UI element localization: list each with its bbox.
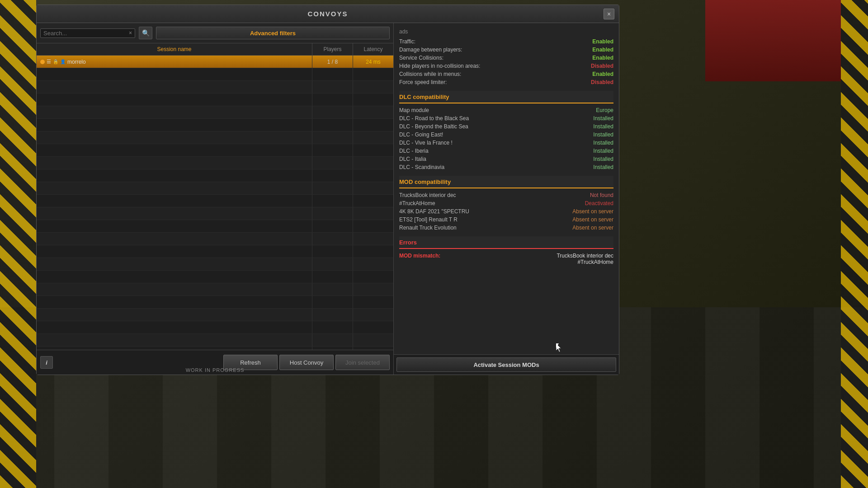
error-key: MOD mismatch: — [399, 253, 440, 265]
right-panel: ads Traffic: Enabled Damage between play… — [394, 23, 619, 375]
mod-section-header: MOD compatibility — [399, 176, 613, 188]
search-button[interactable]: 🔍 — [139, 27, 152, 39]
session-latency-cell — [353, 169, 393, 182]
info-key: Hide players in no-collision areas: — [399, 63, 480, 69]
table-row[interactable] — [37, 309, 393, 321]
mod-row-3: ETS2 [Tool] Renault T R Absent on server — [399, 216, 613, 223]
table-row[interactable] — [37, 131, 393, 144]
advanced-filters-button[interactable]: Advanced filters — [156, 27, 390, 39]
table-row[interactable] — [37, 207, 393, 220]
stripe-left — [0, 0, 36, 488]
table-row[interactable] — [37, 144, 393, 157]
close-button[interactable]: × — [604, 9, 614, 19]
table-row[interactable] — [37, 220, 393, 233]
dlc-val: Installed — [593, 115, 613, 122]
session-name-text: morrelo — [67, 59, 86, 65]
session-latency-cell — [353, 220, 393, 232]
session-latency-cell — [353, 233, 393, 245]
table-row[interactable] — [37, 334, 393, 347]
join-selected-button[interactable]: Join selected — [335, 355, 390, 370]
info-key: Service Collisions: — [399, 55, 443, 61]
session-latency-cell — [353, 81, 393, 93]
info-row-traffic: Traffic: Enabled — [399, 38, 613, 45]
user-icon: 👤 — [60, 59, 66, 64]
lock-icon: 🔒 — [53, 59, 58, 64]
info-row-damage: Damage between players: Enabled — [399, 47, 613, 53]
map-module-key: Map module — [399, 107, 429, 113]
session-latency-cell — [353, 106, 393, 118]
session-players-cell — [312, 157, 353, 169]
table-row[interactable] — [37, 182, 393, 195]
table-row[interactable] — [37, 271, 393, 283]
error-val: TrucksBook interior dec#TruckAtHome — [557, 253, 613, 265]
session-latency-cell — [353, 182, 393, 194]
table-row[interactable] — [37, 81, 393, 94]
table-row[interactable] — [37, 195, 393, 207]
status-circle-icon — [40, 60, 45, 64]
mod-row-1: #TruckAtHome Deactivated — [399, 200, 613, 206]
session-latency-cell — [353, 334, 393, 346]
dlc-val: Installed — [593, 140, 613, 146]
table-row[interactable] — [37, 258, 393, 271]
dlc-val: Installed — [593, 131, 613, 138]
error-row-0: MOD mismatch: TrucksBook interior dec#Tr… — [399, 253, 613, 265]
table-row[interactable] — [37, 245, 393, 258]
info-row-speed: Force speed limiter: Disabled — [399, 79, 613, 85]
info-val: Disabled — [591, 63, 613, 69]
session-players-cell — [312, 321, 353, 333]
search-icon: 🔍 — [142, 29, 150, 37]
info-val: Enabled — [592, 71, 613, 77]
session-latency-cell — [353, 245, 393, 258]
dialog-title: CONVOYS — [307, 10, 348, 18]
table-row[interactable] — [37, 119, 393, 131]
table-row[interactable] — [37, 68, 393, 81]
activate-session-mods-button[interactable]: Activate Session MODs — [396, 357, 616, 372]
mod-key: TrucksBook interior dec — [399, 192, 456, 198]
table-row[interactable] — [37, 169, 393, 182]
dlc-key: DLC - Italia — [399, 156, 426, 162]
right-bottom: Activate Session MODs — [394, 354, 619, 375]
session-latency-cell — [353, 131, 393, 144]
info-key: Force speed limiter: — [399, 79, 447, 85]
left-panel: × 🔍 Advanced filters Session name Player… — [37, 23, 394, 375]
table-row[interactable]: ☰ 🔒 👤 morrelo 1 / 8 24 ms — [37, 56, 393, 68]
info-row-collisions: Collisions while in menus: Enabled — [399, 71, 613, 77]
table-row[interactable] — [37, 283, 393, 296]
dialog-body: × 🔍 Advanced filters Session name Player… — [37, 23, 619, 375]
search-box: × — [40, 28, 135, 38]
session-players-cell — [312, 296, 353, 308]
session-players-cell — [312, 81, 353, 93]
table-row[interactable] — [37, 157, 393, 169]
toolbar: × 🔍 Advanced filters — [37, 23, 393, 43]
session-list: ☰ 🔒 👤 morrelo 1 / 8 24 ms — [37, 56, 393, 350]
convoys-dialog: CONVOYS × × 🔍 Advanced filters Session n… — [36, 5, 619, 375]
table-row[interactable] — [37, 296, 393, 309]
info-button[interactable]: i — [40, 356, 53, 369]
table-row[interactable] — [37, 321, 393, 334]
mod-row-2: 4K 8K DAF 2021 "SPECTRU Absent on server — [399, 208, 613, 215]
session-players-cell — [312, 245, 353, 258]
info-val: Enabled — [592, 55, 613, 61]
info-key: Collisions while in menus: — [399, 71, 461, 77]
session-latency-cell — [353, 309, 393, 321]
mod-row-4: Renault Truck Evolution Absent on server — [399, 225, 613, 231]
table-row[interactable] — [37, 233, 393, 245]
dialog-titlebar: CONVOYS × — [37, 5, 619, 23]
table-row[interactable] — [37, 94, 393, 106]
session-latency-cell — [353, 321, 393, 333]
session-latency-cell — [353, 195, 393, 207]
host-convoy-button[interactable]: Host Convoy — [279, 355, 334, 370]
session-latency-cell — [353, 157, 393, 169]
dlc-key: DLC - Going East! — [399, 131, 443, 138]
col-latency: Latency — [353, 43, 393, 55]
search-input[interactable] — [43, 30, 129, 37]
session-latency-cell — [353, 68, 393, 80]
session-players-cell — [312, 169, 353, 182]
table-row[interactable] — [37, 106, 393, 119]
table-row[interactable] — [37, 347, 393, 350]
search-clear-icon[interactable]: × — [129, 30, 132, 36]
table-header: Session name Players Latency — [37, 43, 393, 56]
col-players: Players — [312, 43, 353, 55]
session-players-cell — [312, 271, 353, 283]
session-name-cell: ☰ 🔒 👤 morrelo — [37, 56, 312, 68]
